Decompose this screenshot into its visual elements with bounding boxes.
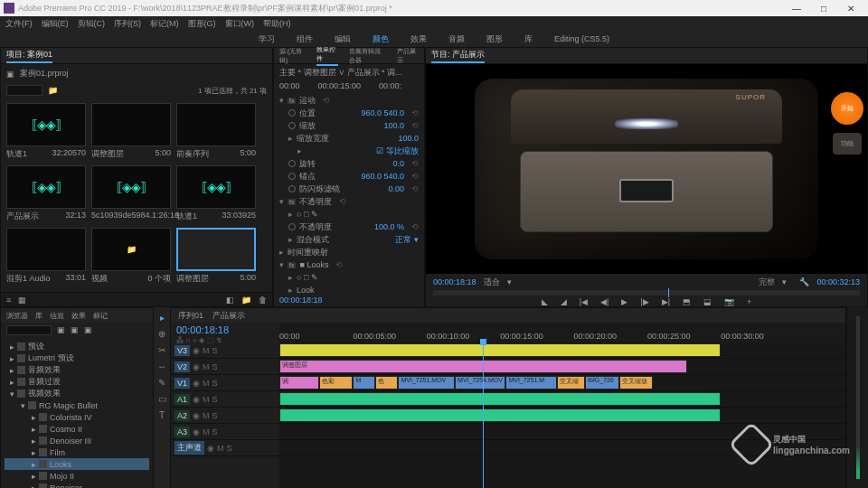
browser-tab[interactable]: 信息 (50, 311, 64, 321)
tree-item[interactable]: ▸Lumetri 预设 (5, 352, 149, 364)
track-header[interactable]: 主声道◉MS (171, 440, 279, 456)
workspace-tab[interactable]: 图形 (486, 33, 503, 45)
clip[interactable]: MVI_7254.MOV (455, 376, 505, 389)
menu-item[interactable]: 文件(F) (5, 18, 33, 30)
eff-timecode[interactable]: 00:00:18:18 (279, 296, 323, 305)
clip[interactable]: MVI_7251.MOV (398, 376, 455, 389)
track-header[interactable]: A2◉MS (171, 408, 279, 424)
clip[interactable]: 色彩 (319, 376, 354, 389)
tree-item[interactable]: ▸音频过渡 (5, 376, 149, 388)
effect-property[interactable]: ▸○ □ ✎ (279, 271, 419, 284)
export-frame-icon[interactable]: 📷 (724, 297, 734, 306)
clip[interactable]: 调 (279, 376, 319, 389)
close-button[interactable]: ✕ (837, 4, 864, 14)
track-header[interactable]: A1◉MS (171, 391, 279, 408)
fx-badge-icon[interactable]: ▣ (84, 325, 92, 334)
effect-property[interactable]: ▸Look (279, 284, 419, 294)
fit-dropdown[interactable]: 适合 (484, 277, 500, 288)
clip[interactable] (279, 343, 721, 357)
lift-icon[interactable]: ⬒ (683, 297, 691, 306)
effect-property[interactable]: 防闪烁滤镜0.00⟲ (279, 183, 419, 195)
tool-button[interactable]: ✂ (156, 345, 167, 356)
track[interactable]: 调色彩M色MVI_7251.MOVMVI_7254.MOVMVI_7251.M交… (279, 375, 845, 391)
tree-item[interactable]: ▸Denoiser III (5, 435, 149, 446)
tracks-area[interactable]: 调整图层调色彩M色MVI_7251.MOVMVI_7254.MOVMVI_725… (279, 343, 845, 488)
list-view-icon[interactable]: ≡ (6, 296, 11, 305)
tool-button[interactable]: T (156, 410, 167, 421)
mark-in-icon[interactable]: ◣ (542, 297, 548, 306)
folder-icon[interactable]: 📁 (48, 86, 58, 95)
track[interactable] (279, 440, 845, 456)
browser-tab[interactable]: 浏览器 (6, 311, 28, 321)
menu-item[interactable]: 图形(G) (188, 18, 216, 30)
program-tab[interactable]: 节目: 产品展示 (431, 49, 485, 63)
tree-item[interactable]: ▸Cosmo II (5, 423, 149, 435)
extract-icon[interactable]: ⬓ (703, 297, 712, 306)
track-header[interactable]: V3◉MS (171, 343, 279, 359)
menu-item[interactable]: 标记(M) (150, 18, 179, 30)
tool-button[interactable]: ▸ (156, 313, 167, 324)
track[interactable] (279, 424, 845, 440)
project-tab[interactable]: 项目: 案例01 (6, 49, 52, 63)
tree-item[interactable]: ▸Mojo II (5, 470, 149, 482)
tree-item[interactable]: ▸Looks (5, 458, 149, 470)
fx-badge-icon[interactable]: ▣ (71, 325, 79, 334)
tree-item[interactable]: ▸Colorista IV (5, 411, 149, 423)
track-header[interactable]: A3◉MS (171, 424, 279, 440)
menu-item[interactable]: 序列(S) (114, 18, 141, 30)
new-bin-icon[interactable]: 📁 (241, 296, 251, 305)
effect-property[interactable]: ▾fx■ Looks⟲ (279, 258, 419, 271)
workspace-tab[interactable]: 编辑 (335, 33, 351, 45)
program-timecode[interactable]: 00:00:18:18 (433, 277, 476, 286)
track[interactable] (279, 343, 845, 359)
effect-property[interactable]: ▸○ □ ✎ (279, 208, 419, 221)
bin-item[interactable]: ⟦◈◈⟧产品展示32:13 (6, 165, 86, 222)
tree-item[interactable]: ▸Film (5, 446, 149, 458)
track[interactable]: 调整图层 (279, 359, 845, 375)
workspace-tab[interactable]: 音频 (448, 33, 465, 45)
effect-property[interactable]: ▾fx运动⟲ (279, 94, 419, 107)
bin-item[interactable]: 混剪1 Audio33:01 (6, 228, 86, 285)
bin-item[interactable]: 前奏序列5:00 (176, 103, 256, 160)
effects-search[interactable] (6, 325, 52, 335)
bin-item[interactable]: 📁视频0 个项 (91, 228, 171, 285)
panel-tab[interactable]: 效果控件 (316, 45, 338, 66)
clip[interactable]: 交叉缩放 (619, 376, 654, 389)
effect-property[interactable]: ▸☑ 等比缩放 (279, 145, 419, 157)
bin-item[interactable]: ⟦◈◈⟧5c10939de5984.1:26:16 (91, 165, 171, 222)
panel-tab[interactable]: 源:(无剪辑) (279, 47, 306, 65)
clip[interactable]: 交叉缩 (557, 376, 585, 389)
clip[interactable] (279, 408, 721, 422)
tool-button[interactable]: ↔ (156, 361, 167, 372)
panel-tab[interactable]: 音频剪辑混合器 (349, 47, 386, 65)
sequence-tab[interactable]: 产品展示 (212, 310, 245, 322)
effect-property[interactable]: ▸缩放宽度100.0 (279, 132, 419, 145)
step-back-icon[interactable]: ◀| (600, 297, 609, 306)
track-header[interactable]: V1◉MS (171, 375, 279, 391)
timeline-timecode[interactable]: 00:00:18:18 (176, 324, 274, 335)
workspace-tab[interactable]: 颜色 (373, 33, 389, 45)
new-item-icon[interactable]: ◧ (226, 296, 234, 305)
tree-item[interactable]: ▸预设 (5, 341, 149, 352)
track-header[interactable]: V2◉MS (171, 359, 279, 375)
browser-tab[interactable]: 库 (35, 311, 42, 321)
clip[interactable]: 色 (375, 376, 398, 389)
tree-item[interactable]: ▾RG Magic Bullet (5, 399, 149, 411)
workspace-tab[interactable]: Editing (CS5.5) (554, 34, 609, 43)
step-fwd-icon[interactable]: |▶ (640, 297, 648, 306)
bin-item[interactable]: 调整图层5:00 (91, 103, 171, 160)
clip[interactable]: IMG_726 (585, 376, 619, 389)
tree-item[interactable]: ▸Renoiser (5, 482, 149, 488)
timeline-ruler[interactable]: 00:0000:00:05:0000:00:10:0000:00:15:0000… (279, 323, 845, 343)
fx-badge-icon[interactable]: ▣ (57, 325, 65, 334)
tree-item[interactable]: ▸音频效果 (5, 364, 149, 376)
search-input[interactable] (6, 85, 42, 96)
tool-button[interactable]: ⊕ (156, 329, 167, 340)
menu-item[interactable]: 剪辑(C) (78, 18, 106, 30)
menu-item[interactable]: 编辑(E) (42, 18, 69, 30)
track[interactable] (279, 391, 845, 408)
minimize-button[interactable]: — (783, 4, 810, 14)
tree-item[interactable]: ▾视频效果 (5, 388, 149, 399)
mark-out-icon[interactable]: ◢ (561, 297, 567, 306)
workspace-tab[interactable]: 学习 (259, 33, 275, 45)
